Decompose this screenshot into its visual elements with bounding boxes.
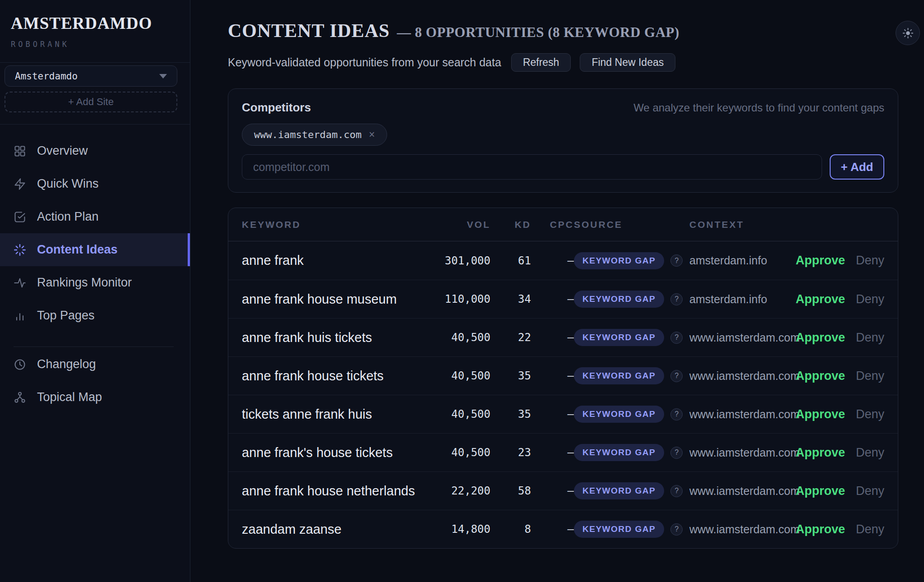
approve-button[interactable]: Approve [795, 254, 845, 268]
kd-cell: 22 [490, 331, 531, 344]
help-icon[interactable]: ? [670, 523, 683, 536]
site-selector-value: Amsterdamdo [15, 71, 78, 82]
deny-button[interactable]: Deny [856, 292, 884, 306]
volume-cell: 14,800 [444, 523, 490, 536]
approve-button[interactable]: Approve [795, 446, 845, 460]
theme-toggle-button[interactable] [896, 21, 920, 45]
sidebar-divider [14, 346, 174, 347]
keyword-gap-badge: KEYWORD GAP [574, 482, 664, 499]
sidebar-item-changelog[interactable]: Changelog [0, 348, 190, 381]
source-cell: KEYWORD GAP? [574, 367, 689, 384]
keyword-cell: zaandam zaanse [242, 522, 444, 537]
table-body: anne frank301,00061–KEYWORD GAP?amsterda… [228, 241, 898, 548]
cpc-cell: – [531, 254, 574, 267]
deny-button[interactable]: Deny [856, 369, 884, 383]
source-cell: KEYWORD GAP? [574, 444, 689, 461]
keyword-cell: anne frank house netherlands [242, 484, 444, 499]
page-title-row: CONTENT IDEAS — 8 OPPORTUNITIES (8 KEYWO… [228, 20, 924, 42]
kd-cell: 34 [490, 293, 531, 305]
keyword-gap-badge: KEYWORD GAP [574, 329, 664, 346]
sidebar-item-label: Quick Wins [37, 177, 99, 191]
remove-tag-icon[interactable]: × [369, 129, 374, 141]
add-site-button[interactable]: + Add Site [5, 92, 177, 112]
keyword-gap-badge: KEYWORD GAP [574, 521, 664, 538]
brand-name: ROBORANK [11, 40, 179, 49]
sidebar-item-label: Overview [37, 144, 88, 158]
approve-button[interactable]: Approve [795, 369, 845, 383]
competitors-note: We analyze their keywords to find your c… [633, 102, 884, 114]
help-icon[interactable]: ? [670, 332, 683, 344]
help-icon[interactable]: ? [670, 485, 683, 497]
keyword-gap-badge: KEYWORD GAP [574, 291, 664, 308]
app-logo: AMSTERDAMDO [11, 14, 179, 33]
opportunities-table: KEYWORDVOLKDCPCSOURCECONTEXT anne frank3… [228, 208, 898, 549]
help-icon[interactable]: ? [670, 447, 683, 459]
approve-button[interactable]: Approve [795, 484, 845, 498]
actions-cell: ApproveDeny [817, 446, 884, 460]
sidebar-item-label: Changelog [37, 357, 96, 371]
column-header-source: SOURCE [574, 219, 689, 230]
actions-cell: ApproveDeny [817, 522, 884, 536]
keyword-cell: anne frank's house tickets [242, 445, 444, 460]
competitors-panel: Competitors We analyze their keywords to… [228, 88, 898, 193]
source-cell: KEYWORD GAP? [574, 291, 689, 308]
cpc-cell: – [531, 523, 574, 536]
deny-button[interactable]: Deny [856, 407, 884, 421]
table-row: anne frank house museum110,00034–KEYWORD… [228, 280, 898, 318]
approve-button[interactable]: Approve [795, 522, 845, 536]
deny-button[interactable]: Deny [856, 254, 884, 268]
page-title-suffix: — 8 OPPORTUNITIES (8 KEYWORD GAP) [397, 24, 679, 41]
deny-button[interactable]: Deny [856, 522, 884, 536]
check-square-icon [14, 211, 26, 223]
approve-button[interactable]: Approve [795, 407, 845, 421]
actions-cell: ApproveDeny [817, 292, 884, 306]
competitor-input[interactable] [242, 154, 822, 180]
chevron-down-icon [159, 74, 167, 79]
deny-button[interactable]: Deny [856, 446, 884, 460]
sun-icon [902, 27, 914, 39]
deny-button[interactable]: Deny [856, 484, 884, 498]
source-cell: KEYWORD GAP? [574, 329, 689, 346]
volume-cell: 40,500 [444, 331, 490, 344]
cpc-cell: – [531, 485, 574, 497]
lightning-icon [14, 178, 26, 190]
table-row: tickets anne frank huis40,50035–KEYWORD … [228, 395, 898, 433]
sidebar-header: AMSTERDAMDO ROBORANK [0, 0, 190, 63]
keyword-cell: anne frank house museum [242, 292, 444, 307]
topical-map-icon [14, 391, 26, 404]
main-content: CONTENT IDEAS — 8 OPPORTUNITIES (8 KEYWO… [190, 20, 924, 582]
deny-button[interactable]: Deny [856, 331, 884, 345]
kd-cell: 35 [490, 370, 531, 382]
column-header-keyword: KEYWORD [242, 219, 444, 230]
help-icon[interactable]: ? [670, 293, 683, 305]
table-row: anne frank house tickets40,50035–KEYWORD… [228, 356, 898, 395]
competitor-tags: www.iamsterdam.com× [242, 124, 884, 146]
help-icon[interactable]: ? [670, 254, 683, 267]
sidebar-item-overview[interactable]: Overview [0, 134, 190, 167]
column-header-kd: KD [490, 219, 531, 230]
find-new-ideas-button[interactable]: Find New Ideas [580, 53, 675, 72]
approve-button[interactable]: Approve [795, 292, 845, 306]
sidebar-item-action-plan[interactable]: Action Plan [0, 200, 190, 233]
refresh-button[interactable]: Refresh [511, 53, 571, 72]
competitor-tag-label: www.iamsterdam.com [254, 129, 361, 140]
help-icon[interactable]: ? [670, 408, 683, 420]
clock-icon [14, 358, 26, 371]
help-icon[interactable]: ? [670, 370, 683, 382]
sidebar-item-topical-map[interactable]: Topical Map [0, 381, 190, 414]
source-cell: KEYWORD GAP? [574, 252, 689, 269]
cpc-cell: – [531, 446, 574, 459]
sidebar-item-top-pages[interactable]: Top Pages [0, 299, 190, 332]
approve-button[interactable]: Approve [795, 331, 845, 345]
sidebar-item-rankings-monitor[interactable]: Rankings Monitor [0, 266, 190, 299]
site-selector[interactable]: Amsterdamdo [5, 65, 177, 87]
sidebar-item-quick-wins[interactable]: Quick Wins [0, 167, 190, 200]
sidebar: AMSTERDAMDO ROBORANK Amsterdamdo + Add S… [0, 0, 190, 582]
add-competitor-button[interactable]: + Add [830, 154, 884, 180]
kd-cell: 35 [490, 408, 531, 420]
table-header: KEYWORDVOLKDCPCSOURCECONTEXT [228, 208, 898, 241]
page-description: Keyword-validated opportunities from you… [228, 56, 501, 69]
sidebar-item-content-ideas[interactable]: Content Ideas [0, 233, 190, 266]
keyword-cell: anne frank huis tickets [242, 330, 444, 345]
column-header-context: CONTEXT [689, 219, 817, 230]
